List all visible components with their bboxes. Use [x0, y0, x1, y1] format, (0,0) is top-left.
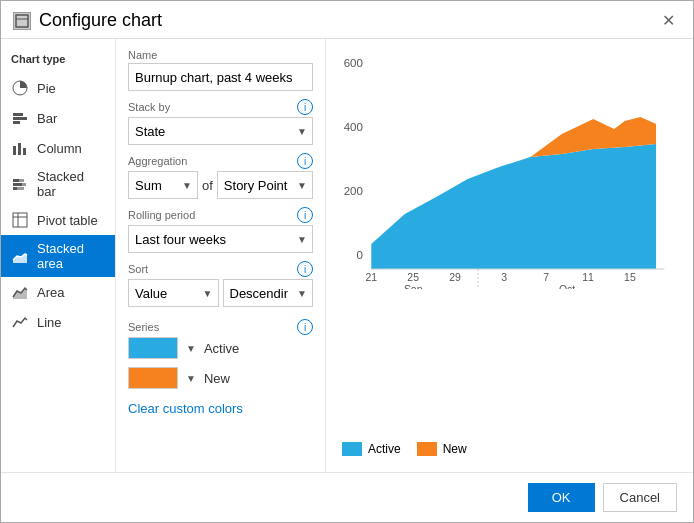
- stacked-bar-icon: [11, 175, 29, 193]
- dialog-footer: OK Cancel: [1, 472, 693, 522]
- configure-chart-dialog: Configure chart ✕ Chart type Pie: [0, 0, 694, 523]
- series-item-new: ▼ New: [128, 367, 313, 389]
- aggregation-field-wrapper: Story Points ▼: [217, 171, 313, 199]
- svg-text:25: 25: [407, 272, 419, 283]
- close-button[interactable]: ✕: [656, 9, 681, 32]
- svg-text:600: 600: [344, 57, 363, 69]
- chart-type-pie-label: Pie: [37, 81, 56, 96]
- dialog-title: Configure chart: [39, 10, 162, 31]
- svg-rect-9: [13, 179, 19, 182]
- svg-rect-8: [23, 148, 26, 155]
- sort-dir-wrapper: Descending ▼: [223, 279, 314, 307]
- rolling-period-select-wrapper: Last four weeks ▼: [128, 225, 313, 253]
- sort-by-select[interactable]: Value: [128, 279, 219, 307]
- svg-text:11: 11: [582, 272, 594, 283]
- series-new-label: New: [204, 371, 230, 386]
- series-active-label: Active: [204, 341, 239, 356]
- svg-rect-12: [22, 183, 26, 186]
- sort-by-wrapper: Value ▼: [128, 279, 219, 307]
- chart-type-section-label: Chart type: [1, 49, 115, 73]
- series-info-icon[interactable]: i: [297, 319, 313, 335]
- svg-text:3: 3: [501, 272, 507, 283]
- series-new-chevron-icon[interactable]: ▼: [186, 373, 196, 384]
- series-section: Series i ▼ Active ▼ New Clear custom col…: [128, 319, 313, 416]
- pivot-table-icon: [11, 211, 29, 229]
- svg-text:400: 400: [344, 121, 363, 133]
- sort-dir-select[interactable]: Descending: [223, 279, 314, 307]
- svg-text:0: 0: [357, 249, 363, 261]
- rolling-period-label: Rolling period i: [128, 207, 313, 223]
- series-active-chevron-icon[interactable]: ▼: [186, 343, 196, 354]
- stack-by-select-wrapper: State ▼: [128, 117, 313, 145]
- svg-rect-4: [13, 117, 27, 120]
- dialog-icon: [13, 12, 31, 30]
- stack-by-select[interactable]: State: [128, 117, 313, 145]
- svg-text:21: 21: [365, 272, 377, 283]
- line-icon: [11, 313, 29, 331]
- chart-type-stacked-area-label: Stacked area: [37, 241, 105, 271]
- title-bar-left: Configure chart: [13, 10, 162, 31]
- series-label: Series i: [128, 319, 313, 335]
- chart-type-area-label: Area: [37, 285, 64, 300]
- series-item-active: ▼ Active: [128, 337, 313, 359]
- chart-type-list: Chart type Pie B: [1, 39, 116, 472]
- preview-panel: 600 400 200 0 21 25 29 3 7 11: [326, 39, 693, 472]
- aggregation-field-select[interactable]: Story Points: [217, 171, 313, 199]
- aggregation-row: Sum ▼ of Story Points ▼: [128, 171, 313, 199]
- chart-type-bar-label: Bar: [37, 111, 57, 126]
- aggregation-func-wrapper: Sum ▼: [128, 171, 198, 199]
- svg-rect-6: [13, 146, 16, 155]
- cancel-button[interactable]: Cancel: [603, 483, 677, 512]
- chart-area: 600 400 200 0 21 25 29 3 7 11: [342, 49, 677, 436]
- column-icon: [11, 139, 29, 157]
- chart-type-pivot-label: Pivot table: [37, 213, 98, 228]
- svg-rect-10: [19, 179, 24, 182]
- aggregation-func-select[interactable]: Sum: [128, 171, 198, 199]
- chart-type-stacked-bar[interactable]: Stacked bar: [1, 163, 115, 205]
- series-active-color[interactable]: [128, 337, 178, 359]
- rolling-period-select[interactable]: Last four weeks: [128, 225, 313, 253]
- stack-by-label: Stack by i: [128, 99, 313, 115]
- chart-type-pie[interactable]: Pie: [1, 73, 115, 103]
- svg-text:200: 200: [344, 185, 363, 197]
- ok-button[interactable]: OK: [528, 483, 595, 512]
- legend-active-color: [342, 442, 362, 456]
- svg-rect-5: [13, 121, 20, 124]
- clear-custom-colors-link[interactable]: Clear custom colors: [128, 401, 243, 416]
- legend-active-label: Active: [368, 442, 401, 456]
- rolling-info-icon[interactable]: i: [297, 207, 313, 223]
- legend-new-label: New: [443, 442, 467, 456]
- pie-icon: [11, 79, 29, 97]
- rolling-period-field-group: Rolling period i Last four weeks ▼: [128, 207, 313, 253]
- svg-rect-0: [16, 15, 28, 27]
- config-panel: Name Stack by i State ▼: [116, 39, 326, 472]
- chart-type-line[interactable]: Line: [1, 307, 115, 337]
- stack-by-info-icon[interactable]: i: [297, 99, 313, 115]
- name-label: Name: [128, 49, 313, 61]
- chart-type-stacked-area[interactable]: Stacked area: [1, 235, 115, 277]
- chart-svg: 600 400 200 0 21 25 29 3 7 11: [342, 49, 677, 289]
- sort-info-icon[interactable]: i: [297, 261, 313, 277]
- of-label: of: [202, 178, 213, 193]
- sort-label: Sort i: [128, 261, 313, 277]
- series-new-color[interactable]: [128, 367, 178, 389]
- sort-row: Value ▼ Descending ▼: [128, 279, 313, 307]
- chart-type-line-label: Line: [37, 315, 62, 330]
- name-input[interactable]: [128, 63, 313, 91]
- chart-type-pivot-table[interactable]: Pivot table: [1, 205, 115, 235]
- svg-rect-15: [13, 213, 27, 227]
- chart-type-bar[interactable]: Bar: [1, 103, 115, 133]
- sort-field-group: Sort i Value ▼ Descending ▼: [128, 261, 313, 307]
- aggregation-info-icon[interactable]: i: [297, 153, 313, 169]
- svg-text:15: 15: [624, 272, 636, 283]
- chart-active-area: [371, 144, 656, 269]
- svg-rect-14: [17, 187, 24, 190]
- legend-item-active: Active: [342, 442, 401, 456]
- stack-by-field-group: Stack by i State ▼: [128, 99, 313, 145]
- chart-type-area[interactable]: Area: [1, 277, 115, 307]
- legend-item-new: New: [417, 442, 467, 456]
- chart-type-column-label: Column: [37, 141, 82, 156]
- aggregation-label: Aggregation i: [128, 153, 313, 169]
- bar-icon: [11, 109, 29, 127]
- chart-type-column[interactable]: Column: [1, 133, 115, 163]
